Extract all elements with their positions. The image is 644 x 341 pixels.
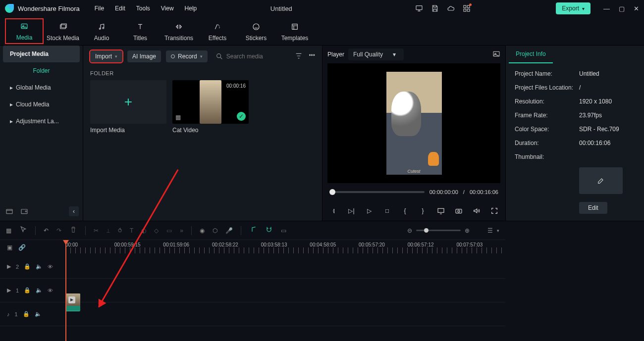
sidebar-cloud-media[interactable]: ▸Cloud Media: [0, 96, 83, 113]
track-header-a1[interactable]: ♪1🔒🔈: [0, 311, 65, 317]
used-check-icon: ✓: [237, 112, 246, 121]
edit-button[interactable]: Edit: [579, 202, 607, 214]
menu-file[interactable]: File: [95, 5, 104, 12]
record-button[interactable]: Record▾: [166, 50, 208, 62]
export-button[interactable]: Export▾: [556, 2, 590, 14]
delete-button[interactable]: [69, 226, 77, 235]
timeline-ruler[interactable]: 00:00 00:00:59:15 00:01:59:06 00:02:58:2…: [65, 240, 505, 255]
new-folder-icon[interactable]: [4, 206, 15, 217]
tab-titles[interactable]: Titles: [121, 21, 160, 42]
link-icon[interactable]: 🔗: [18, 244, 26, 251]
prev-frame-button[interactable]: ⦉: [329, 207, 338, 214]
render-icon[interactable]: ◉: [200, 227, 205, 234]
snapshot-icon[interactable]: [492, 50, 500, 59]
mute-icon[interactable]: 🔈: [35, 311, 42, 317]
quality-dropdown[interactable]: Full Quality▾: [348, 49, 404, 60]
undo-button[interactable]: ↶: [44, 227, 49, 234]
thumbnail-edit-button[interactable]: [579, 167, 623, 194]
svg-rect-12: [292, 24, 298, 29]
sidebar-global-media[interactable]: ▸Global Media: [0, 79, 83, 96]
more-tools-icon[interactable]: »: [180, 227, 183, 234]
lock-icon[interactable]: 🔒: [24, 287, 31, 293]
info-panel: Project Info Project Name:Untitled Proje…: [505, 46, 644, 221]
tab-effects[interactable]: Effects: [198, 21, 237, 42]
mask-icon[interactable]: ▭: [166, 227, 172, 234]
audio-mix-icon[interactable]: [249, 226, 257, 235]
fullscreen-icon[interactable]: [490, 207, 499, 215]
seek-slider[interactable]: [329, 191, 425, 193]
chevron-down-icon[interactable]: ▾: [497, 228, 499, 233]
search-media[interactable]: [215, 52, 286, 60]
text-icon[interactable]: T: [130, 227, 133, 234]
crop-icon[interactable]: ⟂: [107, 227, 110, 234]
pointer-icon[interactable]: [19, 226, 27, 235]
project-info-tab[interactable]: Project Info: [509, 46, 553, 63]
import-media-tile[interactable]: + Import Media: [90, 80, 166, 134]
lock-icon[interactable]: 🔒: [24, 263, 31, 270]
sidebar-project-media[interactable]: Project Media: [3, 46, 80, 62]
tab-stock-media[interactable]: Stock Media: [44, 21, 82, 42]
mute-icon[interactable]: 🔈: [36, 287, 43, 293]
more-icon[interactable]: •••: [309, 52, 315, 61]
tab-audio[interactable]: Audio: [82, 21, 121, 42]
stop-button[interactable]: □: [383, 207, 392, 214]
keyframe-icon[interactable]: ◇: [154, 227, 159, 234]
svg-rect-19: [456, 209, 462, 213]
display-icon[interactable]: [436, 207, 445, 215]
media-clip-tile[interactable]: 00:00:16 ▦ ✓ Cat Video: [172, 80, 249, 134]
tab-transitions[interactable]: Transitions: [160, 21, 198, 42]
redo-button[interactable]: ↷: [56, 227, 61, 234]
zoom-out-button[interactable]: ⊖: [407, 227, 412, 234]
frame-icon[interactable]: ▭: [281, 227, 286, 234]
mark-out-button[interactable]: }: [419, 207, 428, 214]
resolution-value: 1920 x 1080: [579, 98, 612, 105]
speed-icon[interactable]: ⥀: [118, 227, 122, 234]
tab-templates[interactable]: Templates: [275, 21, 314, 42]
play-button[interactable]: ▷: [365, 207, 374, 214]
collapse-sidebar-button[interactable]: ‹: [69, 206, 79, 216]
tab-stickers[interactable]: Stickers: [237, 21, 275, 42]
marker-icon[interactable]: ⬡: [213, 227, 217, 234]
ai-image-button[interactable]: AI Image: [127, 50, 161, 62]
mark-in-button[interactable]: {: [401, 207, 410, 214]
volume-icon[interactable]: [472, 207, 481, 215]
zoom-slider[interactable]: [416, 230, 461, 231]
storyboard-icon[interactable]: ▦: [175, 114, 181, 121]
track-view-icon[interactable]: ☰: [487, 227, 493, 234]
track-header-v2[interactable]: ▶2🔒🔈👁: [0, 263, 65, 270]
monitor-icon[interactable]: [415, 4, 423, 12]
save-icon[interactable]: [431, 4, 439, 12]
import-button[interactable]: Import▾: [90, 50, 122, 62]
playhead[interactable]: [65, 240, 66, 341]
preview-viewport[interactable]: Cutest: [327, 63, 500, 183]
track-layers-icon[interactable]: ▣: [7, 244, 12, 251]
track-header-v1[interactable]: ▶1🔒🔈👁: [0, 287, 65, 293]
eye-icon[interactable]: 👁: [48, 288, 53, 293]
timeline-clip[interactable]: ▶: [65, 293, 80, 311]
maximize-button[interactable]: ▢: [619, 5, 625, 12]
voiceover-icon[interactable]: 🎤: [225, 227, 233, 234]
zoom-in-button[interactable]: ⊕: [465, 227, 470, 234]
magnet-icon[interactable]: [265, 226, 273, 235]
sidebar-adjustment-layer[interactable]: ▸Adjustment La...: [0, 113, 83, 130]
lock-icon[interactable]: 🔒: [23, 311, 30, 317]
cloud-icon[interactable]: [447, 4, 455, 12]
step-back-button[interactable]: ▷|: [347, 207, 356, 214]
minimize-button[interactable]: —: [603, 5, 610, 12]
svg-rect-0: [416, 6, 422, 10]
camera-icon[interactable]: [454, 207, 463, 215]
close-button[interactable]: ✕: [634, 5, 639, 12]
sidebar-folder[interactable]: Folder: [0, 62, 83, 79]
split-icon[interactable]: ✂: [94, 227, 99, 234]
filter-icon[interactable]: [295, 52, 303, 61]
apps-icon[interactable]: [463, 4, 471, 12]
search-input[interactable]: [226, 53, 286, 60]
menu-edit[interactable]: Edit: [115, 5, 125, 12]
new-bin-icon[interactable]: [19, 206, 30, 217]
eye-icon[interactable]: 👁: [48, 264, 53, 270]
tab-media[interactable]: Media: [5, 18, 44, 44]
grid-icon[interactable]: ▦: [6, 227, 11, 234]
seek-knob[interactable]: [329, 189, 335, 195]
mute-icon[interactable]: 🔈: [36, 263, 43, 270]
color-icon[interactable]: ◐: [141, 227, 146, 234]
